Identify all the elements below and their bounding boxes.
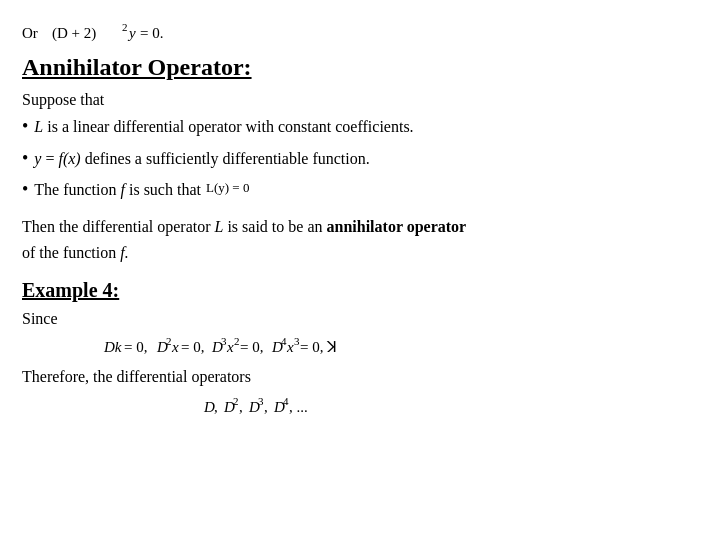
- therefore-text: Therefore, the differential operators: [22, 368, 698, 386]
- bullet-2-italic-y: y: [34, 150, 41, 167]
- bullet-list-2: • y = f(x) defines a sufficiently differ…: [22, 147, 698, 206]
- bullet-1-italic: L: [34, 118, 43, 135]
- bullet-2-text: y = f(x) defines a sufficiently differen…: [34, 147, 369, 171]
- bullet-item-2: • y = f(x) defines a sufficiently differ…: [22, 147, 698, 171]
- bullet-1-text: L is a linear differential operator with…: [34, 115, 413, 139]
- bullet-item-3: • The function f is such that L(y) = 0: [22, 177, 698, 206]
- svg-text:, ...: , ...: [289, 399, 308, 415]
- svg-text:x: x: [226, 339, 234, 355]
- svg-text:2: 2: [234, 335, 240, 347]
- since-formula-row: Dk = 0, D 2 x = 0, D 3 x 2 = 0, D 4 x 3 …: [102, 332, 698, 360]
- bullet-3-italic-f: f: [121, 181, 125, 198]
- therefore-formula: D , D 2 , D 3 , D 4 , ...: [202, 392, 382, 420]
- section-title: Annihilator Operator:: [22, 52, 698, 83]
- svg-text:Dk: Dk: [103, 339, 122, 355]
- or-formula: (D + 2) 2 y = 0.: [50, 18, 170, 50]
- annihilator-term: annihilator operator: [327, 218, 467, 235]
- bullet-3-text: The function f is such that L(y) = 0: [34, 177, 263, 206]
- svg-text:(D + 2): (D + 2): [52, 25, 96, 42]
- svg-text:,: ,: [239, 399, 243, 415]
- svg-text:2: 2: [122, 21, 128, 33]
- therefore-formula-row: D , D 2 , D 3 , D 4 , ...: [202, 392, 698, 420]
- svg-text:x: x: [286, 339, 294, 355]
- svg-text:= 0,: = 0,: [181, 339, 204, 355]
- svg-text:,: ,: [264, 399, 268, 415]
- since-label: Since: [22, 310, 698, 328]
- bullet-list: • L is a linear differential operator wi…: [22, 115, 698, 139]
- svg-text:2: 2: [166, 335, 172, 347]
- svg-text:= 0.: = 0.: [140, 25, 163, 41]
- bullet-item-1: • L is a linear differential operator wi…: [22, 115, 698, 139]
- svg-text:,: ,: [214, 399, 218, 415]
- suppose-that-text: Suppose that: [22, 91, 698, 109]
- svg-text:= 0,: = 0,: [124, 339, 147, 355]
- svg-text:2: 2: [233, 395, 239, 407]
- or-label: Or: [22, 24, 38, 42]
- then-italic-L: L: [215, 218, 224, 235]
- svg-text:x: x: [171, 339, 179, 355]
- example-title: Example 4:: [22, 279, 698, 302]
- bullet-2-italic-f: f(x): [58, 150, 80, 167]
- bullet-1: •: [22, 117, 28, 135]
- since-formula: Dk = 0, D 2 x = 0, D 3 x 2 = 0, D 4 x 3 …: [102, 332, 482, 360]
- svg-text:L(y) = 0: L(y) = 0: [206, 180, 249, 195]
- svg-text:y: y: [127, 25, 136, 41]
- bullet-3: •: [22, 180, 28, 198]
- svg-text:= 0,: = 0,: [240, 339, 263, 355]
- or-section: Or (D + 2) 2 y = 0.: [22, 18, 698, 50]
- bullet-2: •: [22, 149, 28, 167]
- svg-text:= 0,   ꓘ: = 0, ꓘ: [300, 339, 337, 355]
- l-y-equals-0-formula: L(y) = 0: [205, 177, 263, 206]
- then-paragraph: Then the differential operator L is said…: [22, 214, 698, 265]
- then-italic-f: f.: [120, 244, 128, 261]
